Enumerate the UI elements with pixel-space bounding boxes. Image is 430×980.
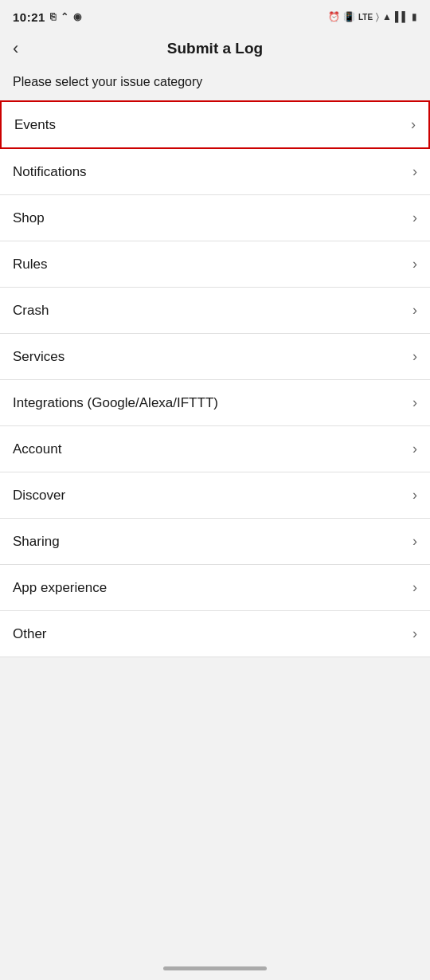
arrow-up-icon: ⌃ [61, 11, 68, 22]
list-item-label-account: Account [13, 441, 61, 457]
page-subtitle: Please select your issue category [0, 67, 430, 100]
list-item-discover[interactable]: Discover› [0, 472, 430, 519]
chevron-right-icon: › [412, 163, 417, 180]
home-indicator [163, 966, 267, 970]
chevron-right-icon: › [412, 210, 417, 226]
signal-icon: ▲ [382, 11, 392, 22]
music-icon: ◉ [73, 11, 81, 22]
list-item-label-app-experience: App experience [13, 580, 107, 596]
list-item-integrations[interactable]: Integrations (Google/Alexa/IFTTT)› [0, 380, 430, 426]
chevron-right-icon: › [412, 533, 417, 550]
list-item-account[interactable]: Account› [0, 426, 430, 472]
list-item-shop[interactable]: Shop› [0, 195, 430, 241]
list-item-label-sharing: Sharing [13, 534, 60, 550]
chevron-right-icon: › [412, 394, 417, 411]
lte-icon: LTE [358, 13, 373, 22]
list-item-app-experience[interactable]: App experience› [0, 565, 430, 611]
chevron-right-icon: › [412, 256, 417, 272]
status-left: 10:21 ⎘ ⌃ ◉ [13, 10, 81, 24]
status-right: ⏰ 📳 LTE 〉 ▲ ▌▌ ▮ [328, 11, 417, 22]
chevron-right-icon: › [411, 116, 416, 133]
list-item-label-notifications: Notifications [13, 164, 87, 180]
alarm-icon: ⏰ [328, 11, 340, 22]
list-item-rules[interactable]: Rules› [0, 241, 430, 288]
list-item-services[interactable]: Services› [0, 334, 430, 380]
back-button[interactable]: ‹ [13, 40, 18, 57]
page-title: Submit a Log [167, 40, 263, 57]
list-item-label-services: Services [13, 349, 64, 365]
list-item-label-events: Events [14, 117, 56, 133]
list-item-crash[interactable]: Crash› [0, 288, 430, 334]
battery-icon: ▮ [412, 11, 417, 22]
wifi-icon: 〉 [376, 11, 379, 22]
list-item-events[interactable]: Events› [0, 100, 430, 149]
chevron-right-icon: › [412, 441, 417, 457]
list-item-label-crash: Crash [13, 303, 49, 319]
list-item-sharing[interactable]: Sharing› [0, 519, 430, 565]
chevron-right-icon: › [412, 348, 417, 365]
status-time: 10:21 [13, 10, 45, 24]
chevron-right-icon: › [412, 625, 417, 642]
chevron-right-icon: › [412, 579, 417, 596]
list-item-label-other: Other [13, 626, 47, 642]
header: ‹ Submit a Log [0, 32, 430, 67]
chevron-right-icon: › [412, 487, 417, 504]
vibrate-icon: 📳 [343, 11, 355, 22]
list-item-other[interactable]: Other› [0, 611, 430, 657]
list-item-label-integrations: Integrations (Google/Alexa/IFTTT) [13, 395, 218, 411]
list-item-notifications[interactable]: Notifications› [0, 149, 430, 195]
list-item-label-shop: Shop [13, 210, 45, 226]
phone-icon: ⎘ [50, 11, 56, 22]
status-bar: 10:21 ⎘ ⌃ ◉ ⏰ 📳 LTE 〉 ▲ ▌▌ ▮ [0, 0, 430, 32]
list-item-label-discover: Discover [13, 488, 65, 504]
chevron-right-icon: › [412, 302, 417, 319]
list-item-label-rules: Rules [13, 257, 47, 272]
category-list: Events›Notifications›Shop›Rules›Crash›Se… [0, 100, 430, 657]
signal-bars-icon: ▌▌ [395, 11, 408, 22]
